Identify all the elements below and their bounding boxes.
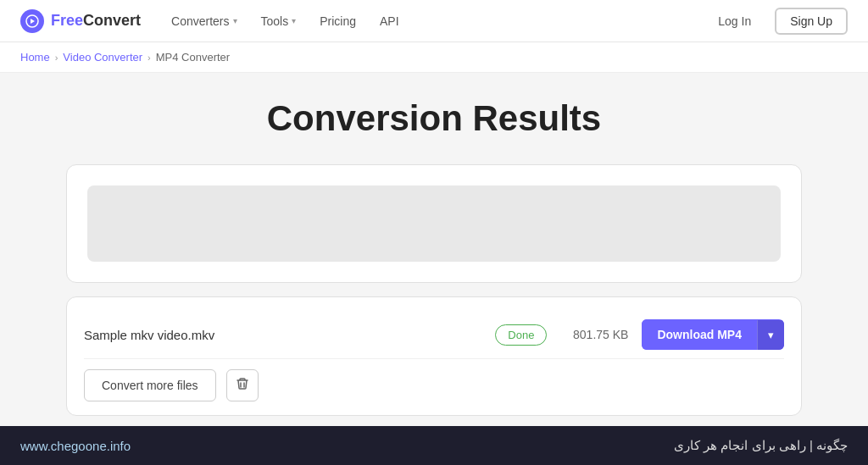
download-dropdown-button[interactable]: ▾: [757, 320, 784, 350]
download-button-group[interactable]: Download MP4 ▾: [642, 319, 784, 350]
tools-chevron-icon: ▾: [292, 16, 296, 25]
nav-converters[interactable]: Converters ▾: [161, 9, 247, 33]
delete-button[interactable]: [226, 369, 259, 401]
ad-card: [66, 164, 802, 283]
header-left: FreeConvert Converters ▾ Tools ▾ Pricing…: [20, 9, 409, 33]
footer-bar: www.chegoone.info چگونه | راهی برای انجا…: [0, 426, 868, 465]
logo-icon: [20, 9, 44, 33]
download-mp4-button[interactable]: Download MP4: [642, 319, 757, 350]
breadcrumb-video-converter[interactable]: Video Converter: [63, 51, 142, 64]
trash-icon: [236, 377, 249, 394]
main-content: Conversion Results Sample mkv video.mkv …: [53, 73, 815, 465]
breadcrumb-current: MP4 Converter: [156, 51, 230, 64]
ad-banner: [87, 185, 781, 262]
logo-text: FreeConvert: [51, 12, 141, 30]
site-header: FreeConvert Converters ▾ Tools ▾ Pricing…: [0, 0, 868, 42]
download-dropdown-icon: ▾: [768, 329, 774, 341]
convert-more-button[interactable]: Convert more files: [84, 369, 216, 401]
breadcrumb-sep-2: ›: [147, 53, 151, 63]
signup-button[interactable]: Sign Up: [775, 8, 848, 35]
file-row-card: Sample mkv video.mkv Done 801.75 KB Down…: [66, 296, 802, 416]
breadcrumb-sep-1: ›: [55, 53, 58, 63]
page-title: Conversion Results: [66, 98, 802, 139]
nav-tools[interactable]: Tools ▾: [251, 9, 307, 33]
actions-row: Convert more files: [84, 359, 784, 401]
footer-website: www.chegoone.info: [20, 439, 131, 453]
nav-api[interactable]: API: [370, 9, 409, 33]
file-status-badge: Done: [495, 324, 547, 346]
file-size: 801.75 KB: [560, 328, 628, 341]
header-right: Log In Sign Up: [704, 8, 848, 35]
nav-pricing[interactable]: Pricing: [309, 9, 366, 33]
breadcrumb: Home › Video Converter › MP4 Converter: [0, 42, 868, 73]
logo[interactable]: FreeConvert: [20, 9, 141, 33]
login-button[interactable]: Log In: [704, 9, 765, 33]
main-nav: Converters ▾ Tools ▾ Pricing API: [161, 9, 409, 33]
footer-tagline: چگونه | راهی برای انجام هر کاری: [674, 438, 848, 453]
converters-chevron-icon: ▾: [233, 16, 237, 25]
file-name: Sample mkv video.mkv: [84, 328, 481, 342]
breadcrumb-home[interactable]: Home: [20, 51, 50, 64]
file-item: Sample mkv video.mkv Done 801.75 KB Down…: [84, 311, 784, 359]
